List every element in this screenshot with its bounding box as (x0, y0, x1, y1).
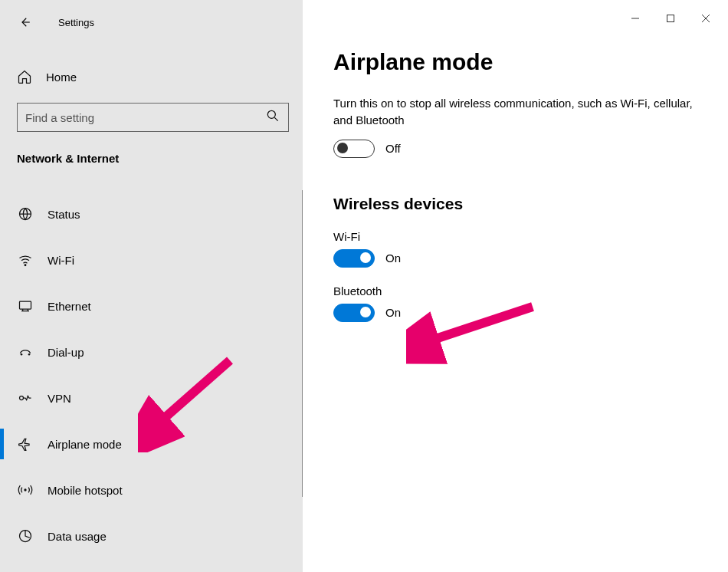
wifi-toggle-label: On (385, 251, 401, 265)
wifi-label: Wi-Fi (333, 230, 697, 243)
sidebar: Settings Home Network & Internet Status (0, 0, 303, 572)
sidebar-section-title: Network & Internet (0, 132, 303, 177)
wifi-device-block: Wi-Fi On (333, 230, 697, 268)
datausage-icon (17, 528, 34, 544)
nav-label: Airplane mode (48, 438, 122, 451)
titlebar: Settings (0, 8, 303, 37)
back-button[interactable] (14, 12, 35, 33)
airplane-icon (17, 436, 34, 452)
nav-label: Mobile hotspot (48, 484, 123, 497)
wifi-toggle[interactable] (333, 249, 375, 268)
sidebar-item-vpn[interactable]: VPN (0, 375, 303, 421)
airplane-toggle-label: Off (385, 142, 401, 155)
search-box[interactable] (17, 103, 289, 132)
nav-label: VPN (48, 392, 71, 405)
search-icon (265, 108, 280, 127)
bluetooth-device-block: Bluetooth On (333, 284, 697, 322)
svg-point-6 (20, 396, 24, 400)
nav-label: Ethernet (48, 300, 91, 313)
svg-point-7 (24, 488, 26, 491)
svg-point-0 (267, 110, 275, 118)
close-button[interactable] (688, 6, 723, 31)
sidebar-item-status[interactable]: Status (0, 191, 303, 237)
maximize-button[interactable] (653, 6, 688, 31)
search-wrapper (0, 94, 303, 132)
nav-label: Data usage (48, 530, 107, 543)
sidebar-item-datausage[interactable]: Data usage (0, 513, 303, 559)
sidebar-item-hotspot[interactable]: Mobile hotspot (0, 467, 303, 513)
window-controls (618, 6, 723, 31)
ethernet-icon (17, 298, 34, 314)
vpn-icon (17, 390, 34, 406)
airplane-description: Turn this on to stop all wireless commun… (333, 95, 697, 129)
wifi-icon (17, 251, 34, 268)
airplane-toggle-row: Off (333, 140, 697, 158)
home-label: Home (46, 71, 77, 84)
svg-rect-3 (20, 301, 31, 309)
app-title: Settings (58, 17, 94, 28)
svg-point-2 (25, 265, 26, 266)
nav-list: Status Wi-Fi Ethernet Dial-up VPN Airpla… (0, 191, 303, 559)
dialup-icon (17, 344, 34, 360)
main-content: Airplane mode Turn this on to stop all w… (303, 0, 728, 572)
svg-point-5 (28, 353, 31, 356)
airplane-toggle[interactable] (333, 140, 375, 158)
nav-label: Wi-Fi (48, 254, 74, 267)
nav-label: Status (48, 208, 80, 221)
hotspot-icon (17, 482, 34, 498)
sidebar-item-airplane[interactable]: Airplane mode (0, 421, 303, 467)
sidebar-item-dialup[interactable]: Dial-up (0, 329, 303, 375)
wireless-devices-title: Wireless devices (333, 195, 697, 213)
svg-point-4 (21, 353, 23, 356)
svg-rect-9 (667, 15, 674, 22)
home-icon (17, 69, 32, 84)
sidebar-item-wifi[interactable]: Wi-Fi (0, 237, 303, 283)
sidebar-item-ethernet[interactable]: Ethernet (0, 283, 303, 329)
bluetooth-label: Bluetooth (333, 284, 697, 298)
minimize-button[interactable] (618, 6, 653, 31)
search-input[interactable] (25, 111, 265, 124)
sidebar-item-home[interactable]: Home (0, 60, 303, 94)
status-icon (17, 205, 34, 222)
bluetooth-toggle[interactable] (333, 304, 375, 322)
page-title: Airplane mode (333, 49, 697, 75)
nav-label: Dial-up (48, 346, 84, 359)
bluetooth-toggle-label: On (385, 306, 401, 319)
